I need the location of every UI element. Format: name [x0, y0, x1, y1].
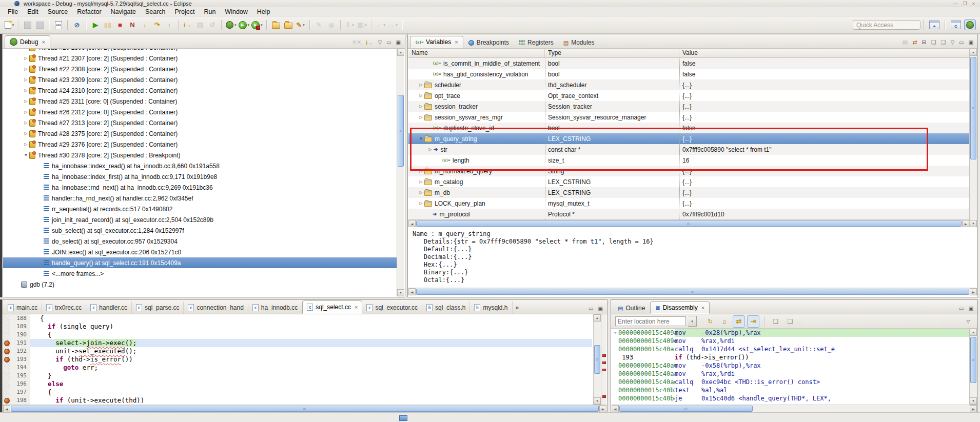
maximize-icon[interactable]: ▣: [969, 39, 973, 45]
editor-tab-main-cc[interactable]: cmain.cc: [4, 302, 42, 314]
forward-dropdown-icon[interactable]: ▾: [396, 23, 398, 27]
breakpoint-icon[interactable]: [4, 340, 10, 346]
view-menu-icon[interactable]: ▽: [378, 39, 382, 45]
menu-search[interactable]: Search: [141, 8, 170, 15]
variable-row[interactable]: (x)=is_commit_in_middle_of_statementbool…: [408, 58, 969, 69]
editor-tab-sql_class-h[interactable]: hsql_class.h: [422, 302, 470, 314]
resume-button[interactable]: ▶: [90, 19, 101, 31]
debug-thread-row[interactable]: ▷Thread #25 2311 [core: 0] (Suspended : …: [3, 96, 397, 107]
disconnect-button[interactable]: N: [127, 19, 138, 31]
toggle-mark-occurrences-dropdown-icon[interactable]: ▾: [303, 23, 305, 27]
debug-perspective-button[interactable]: [964, 19, 976, 30]
menu-refactor[interactable]: Refactor: [72, 8, 106, 15]
stack-frame-row[interactable]: handle_query() at sql_select.cc:191 0x15…: [3, 257, 397, 268]
menu-file[interactable]: File: [3, 8, 23, 15]
editor-annotation-ruler[interactable]: [3, 364, 10, 372]
minimize-icon[interactable]: ▭: [589, 306, 593, 311]
variable-row[interactable]: ▷schedulerthd_scheduler{...}: [408, 79, 969, 90]
open-resource-button[interactable]: [283, 19, 294, 31]
stack-frame-row[interactable]: ha_innobase::rnd_next() at ha_innodb.cc:…: [3, 182, 397, 193]
menu-run[interactable]: Run: [199, 8, 220, 15]
back-dropdown-icon[interactable]: ▾: [383, 23, 385, 27]
horizontal-sash[interactable]: [0, 297, 980, 299]
expand-icon[interactable]: ▷: [418, 115, 424, 119]
minimize-icon[interactable]: ▭: [386, 39, 391, 45]
build-all-dropdown-icon[interactable]: ▾: [365, 23, 367, 27]
run-button[interactable]: ▶▾: [238, 19, 250, 31]
debug-thread-row[interactable]: ▷Thread #28 2375 [core: 2] (Suspended : …: [3, 128, 397, 139]
variable-row[interactable]: ▷m_catalogLEX_CSTRING{...}: [408, 176, 969, 187]
gdb-process-row[interactable]: gdb (7.2): [3, 279, 397, 290]
expand-icon[interactable]: ▷: [23, 99, 29, 104]
stack-frame-row[interactable]: ha_innobase::index_first() at ha_innodb.…: [3, 171, 397, 182]
stack-frame-row[interactable]: sub_select() at sql_executor.cc:1,284 0x…: [3, 225, 397, 236]
variable-row[interactable]: ▼m_query_stringLEX_CSTRING{...}: [408, 133, 969, 144]
editor-annotation-ruler[interactable]: [3, 339, 10, 347]
expand-icon[interactable]: ▷: [418, 83, 424, 87]
variable-row[interactable]: ▷➔strconst char *0x7fff9c005890 "select …: [408, 144, 969, 155]
editor-tab-sql_parse-cc[interactable]: csql_parse.cc: [132, 302, 184, 314]
step-over-button[interactable]: ↷: [151, 19, 163, 31]
new-wizard-button[interactable]: ▾: [4, 19, 15, 31]
instruction-stepping-icon[interactable]: i→: [366, 39, 373, 46]
expand-icon[interactable]: ▷: [418, 169, 424, 173]
sync-selection-icon[interactable]: ⇥: [747, 315, 759, 328]
editor-annotation-ruler[interactable]: [3, 314, 10, 323]
variable-row[interactable]: ▷LOCK_query_planmysql_mutex_t{...}: [408, 198, 969, 209]
expand-icon[interactable]: ▷: [23, 120, 29, 125]
collapse-icon[interactable]: ▼: [23, 153, 29, 157]
variable-row[interactable]: ▷m_dbLEX_CSTRING{...}: [408, 187, 969, 198]
breakpoint-icon[interactable]: [4, 398, 10, 404]
tab-modules[interactable]: ▤ Modules: [559, 37, 599, 48]
view-menu-icon[interactable]: ▽: [950, 39, 954, 45]
variable-row[interactable]: (x)=has_gtid_consistency_violationboolfa…: [408, 69, 969, 79]
tab-disassembly[interactable]: ≣ Disassembly ×: [650, 302, 710, 314]
instruction-stepping-button[interactable]: i→: [182, 19, 193, 31]
minimize-window-icon[interactable]: —: [953, 1, 958, 6]
stack-frame-row[interactable]: do_select() at sql_executor.cc:957 0x152…: [3, 236, 397, 247]
expand-icon[interactable]: ▷: [418, 93, 424, 98]
show-logical-structure-icon[interactable]: ⇄: [912, 39, 917, 46]
column-value[interactable]: Value: [679, 49, 969, 57]
editor-tab-trx0rec-cc[interactable]: ctrx0rec.cc: [42, 302, 86, 314]
variables-table[interactable]: (x)=is_commit_in_middle_of_statementbool…: [408, 58, 969, 219]
editor-annotation-ruler[interactable]: [3, 323, 10, 331]
stack-frame-row[interactable]: ha_innobase::index_read() at ha_innodb.c…: [3, 160, 397, 171]
variable-row[interactable]: ▷session_sysvar_res_mgrSession_sysvar_re…: [408, 112, 969, 123]
variables-horizontal-scrollbar[interactable]: ◀ ▶ |||: [408, 219, 969, 227]
editor-tab-handler-cc[interactable]: chandler.cc: [86, 302, 132, 314]
open-perspective-button[interactable]: +: [927, 19, 942, 31]
profile-button[interactable]: ▶▾: [251, 19, 263, 31]
debug-vertical-scrollbar[interactable]: ▲ ▼ ≡: [397, 49, 404, 296]
minimize-icon[interactable]: ▭: [959, 306, 964, 311]
expand-icon[interactable]: ▷: [23, 67, 29, 71]
terminate-button[interactable]: ■: [114, 19, 126, 31]
location-input[interactable]: [615, 316, 686, 326]
variables-vertical-scrollbar[interactable]: ▲ ▼ ≡: [969, 49, 977, 227]
open-element-button[interactable]: [270, 19, 282, 31]
tab-breakpoints[interactable]: Breakpoints: [464, 37, 514, 48]
disassembly-vertical-scrollbar[interactable]: ▲ ▼ ≡: [969, 329, 977, 405]
variable-details-pane[interactable]: Name : m_query_string Details:{str = 0x7…: [408, 228, 969, 288]
maximize-icon[interactable]: ▣: [969, 306, 973, 311]
debug-thread-row[interactable]: ▷Thread #20 2306 [core: 2] (Suspended : …: [3, 49, 397, 53]
editor-annotation-ruler[interactable]: [3, 372, 10, 380]
editor-tab-sql_executor-cc[interactable]: csql_executor.cc: [362, 302, 422, 314]
quick-access-input[interactable]: [853, 20, 920, 30]
stack-frame-row[interactable]: JOIN::exec() at sql_executor.cc:206 0x15…: [3, 247, 397, 257]
binary-file-button[interactable]: 010: [53, 19, 64, 31]
debug-dropdown-icon[interactable]: ▾: [234, 23, 237, 27]
expand-icon[interactable]: ▷: [418, 190, 424, 195]
editor-horizontal-scrollbar[interactable]: ◀ ▶ |||: [3, 405, 606, 412]
maximize-window-icon[interactable]: ❐: [963, 1, 967, 6]
close-window-icon[interactable]: ×: [972, 1, 975, 6]
show-type-names-icon[interactable]: ▤: [903, 39, 908, 46]
variable-row[interactable]: ▷session_trackerSession_tracker{...}: [408, 101, 969, 112]
new-view-icon[interactable]: ❏: [931, 39, 936, 46]
expand-icon[interactable]: ▷: [427, 147, 434, 152]
maximize-icon[interactable]: ▣: [396, 39, 401, 45]
editor-annotation-ruler[interactable]: [3, 396, 10, 405]
expand-icon[interactable]: ▷: [418, 201, 424, 206]
debug-launch-tree[interactable]: ▷Thread #20 2306 [core: 2] (Suspended : …: [3, 49, 397, 296]
editor-annotation-ruler[interactable]: [3, 331, 10, 339]
